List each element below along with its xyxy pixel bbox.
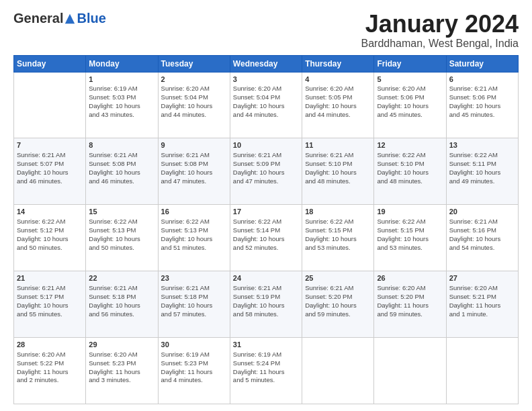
calendar-cell xyxy=(14,72,86,138)
day-info: Sunrise: 6:20 AM Sunset: 5:04 PM Dayligh… xyxy=(233,85,299,119)
calendar-cell: 20Sunrise: 6:21 AM Sunset: 5:16 PM Dayli… xyxy=(446,205,518,271)
month-title: January 2024 xyxy=(361,11,519,38)
calendar-cell: 27Sunrise: 6:20 AM Sunset: 5:21 PM Dayli… xyxy=(446,271,518,338)
calendar-cell: 31Sunrise: 6:19 AM Sunset: 5:24 PM Dayli… xyxy=(230,338,302,404)
calendar-cell: 25Sunrise: 6:21 AM Sunset: 5:20 PM Dayli… xyxy=(302,271,374,338)
calendar-cell: 23Sunrise: 6:21 AM Sunset: 5:18 PM Dayli… xyxy=(158,271,230,338)
location: Barddhaman, West Bengal, India xyxy=(361,38,519,50)
calendar-cell: 4Sunrise: 6:20 AM Sunset: 5:05 PM Daylig… xyxy=(302,72,374,138)
day-info: Sunrise: 6:21 AM Sunset: 5:16 PM Dayligh… xyxy=(449,218,515,252)
day-number: 30 xyxy=(161,340,227,350)
calendar-cell: 2Sunrise: 6:20 AM Sunset: 5:04 PM Daylig… xyxy=(158,72,230,138)
day-number: 23 xyxy=(161,273,227,283)
calendar-cell: 13Sunrise: 6:22 AM Sunset: 5:11 PM Dayli… xyxy=(446,138,518,205)
calendar-cell: 3Sunrise: 6:20 AM Sunset: 5:04 PM Daylig… xyxy=(230,72,302,138)
col-thursday: Thursday xyxy=(302,55,374,72)
day-number: 21 xyxy=(17,273,83,283)
calendar-cell: 1Sunrise: 6:19 AM Sunset: 5:03 PM Daylig… xyxy=(86,72,158,138)
day-number: 20 xyxy=(449,207,515,217)
day-number: 12 xyxy=(377,140,443,150)
calendar-cell: 7Sunrise: 6:21 AM Sunset: 5:07 PM Daylig… xyxy=(14,138,86,205)
day-number: 27 xyxy=(449,273,515,283)
day-number: 6 xyxy=(449,75,515,85)
day-info: Sunrise: 6:20 AM Sunset: 5:06 PM Dayligh… xyxy=(377,85,443,119)
day-info: Sunrise: 6:22 AM Sunset: 5:15 PM Dayligh… xyxy=(305,218,371,252)
day-number: 10 xyxy=(233,140,299,150)
calendar-cell: 19Sunrise: 6:22 AM Sunset: 5:15 PM Dayli… xyxy=(374,205,446,271)
logo-text: General Blue xyxy=(13,11,106,26)
col-monday: Monday xyxy=(86,55,158,72)
calendar-week-3: 14Sunrise: 6:22 AM Sunset: 5:12 PM Dayli… xyxy=(14,205,519,271)
col-wednesday: Wednesday xyxy=(230,55,302,72)
calendar-cell: 29Sunrise: 6:20 AM Sunset: 5:23 PM Dayli… xyxy=(86,338,158,404)
day-info: Sunrise: 6:22 AM Sunset: 5:15 PM Dayligh… xyxy=(377,218,443,252)
calendar-cell xyxy=(302,338,374,404)
logo: General Blue xyxy=(13,11,106,26)
day-info: Sunrise: 6:20 AM Sunset: 5:21 PM Dayligh… xyxy=(449,284,515,318)
day-number: 24 xyxy=(233,273,299,283)
calendar-cell xyxy=(374,338,446,404)
logo-general: General xyxy=(13,11,63,26)
day-info: Sunrise: 6:21 AM Sunset: 5:09 PM Dayligh… xyxy=(233,151,299,185)
logo-blue: Blue xyxy=(77,11,105,26)
calendar-cell: 28Sunrise: 6:20 AM Sunset: 5:22 PM Dayli… xyxy=(14,338,86,404)
col-tuesday: Tuesday xyxy=(158,55,230,72)
day-info: Sunrise: 6:19 AM Sunset: 5:24 PM Dayligh… xyxy=(233,351,299,385)
calendar-week-2: 7Sunrise: 6:21 AM Sunset: 5:07 PM Daylig… xyxy=(14,138,519,205)
col-friday: Friday xyxy=(374,55,446,72)
calendar-cell: 15Sunrise: 6:22 AM Sunset: 5:13 PM Dayli… xyxy=(86,205,158,271)
logo-icon xyxy=(64,13,76,25)
day-number: 26 xyxy=(377,273,443,283)
calendar-cell: 14Sunrise: 6:22 AM Sunset: 5:12 PM Dayli… xyxy=(14,205,86,271)
calendar-week-1: 1Sunrise: 6:19 AM Sunset: 5:03 PM Daylig… xyxy=(14,72,519,138)
calendar-cell: 9Sunrise: 6:21 AM Sunset: 5:08 PM Daylig… xyxy=(158,138,230,205)
col-saturday: Saturday xyxy=(446,55,518,72)
day-number: 14 xyxy=(17,207,83,217)
calendar-cell: 24Sunrise: 6:21 AM Sunset: 5:19 PM Dayli… xyxy=(230,271,302,338)
calendar-cell: 11Sunrise: 6:21 AM Sunset: 5:10 PM Dayli… xyxy=(302,138,374,205)
day-number: 11 xyxy=(305,140,371,150)
day-info: Sunrise: 6:21 AM Sunset: 5:06 PM Dayligh… xyxy=(449,85,515,119)
day-number: 5 xyxy=(377,75,443,85)
calendar-cell: 17Sunrise: 6:22 AM Sunset: 5:14 PM Dayli… xyxy=(230,205,302,271)
day-number: 9 xyxy=(161,140,227,150)
day-number: 28 xyxy=(17,340,83,350)
day-number: 8 xyxy=(89,140,154,150)
day-info: Sunrise: 6:22 AM Sunset: 5:14 PM Dayligh… xyxy=(233,218,299,252)
day-info: Sunrise: 6:20 AM Sunset: 5:22 PM Dayligh… xyxy=(17,351,83,385)
calendar-cell: 6Sunrise: 6:21 AM Sunset: 5:06 PM Daylig… xyxy=(446,72,518,138)
calendar-cell: 22Sunrise: 6:21 AM Sunset: 5:18 PM Dayli… xyxy=(86,271,158,338)
calendar-cell xyxy=(446,338,518,404)
day-info: Sunrise: 6:22 AM Sunset: 5:10 PM Dayligh… xyxy=(377,151,443,185)
day-info: Sunrise: 6:21 AM Sunset: 5:07 PM Dayligh… xyxy=(17,151,83,185)
day-number: 1 xyxy=(89,75,154,85)
calendar-cell: 18Sunrise: 6:22 AM Sunset: 5:15 PM Dayli… xyxy=(302,205,374,271)
day-info: Sunrise: 6:21 AM Sunset: 5:18 PM Dayligh… xyxy=(89,284,154,318)
calendar-week-5: 28Sunrise: 6:20 AM Sunset: 5:22 PM Dayli… xyxy=(14,338,519,404)
day-info: Sunrise: 6:22 AM Sunset: 5:12 PM Dayligh… xyxy=(17,218,83,252)
calendar-cell: 21Sunrise: 6:21 AM Sunset: 5:17 PM Dayli… xyxy=(14,271,86,338)
day-number: 31 xyxy=(233,340,299,350)
svg-marker-0 xyxy=(65,13,75,23)
day-info: Sunrise: 6:22 AM Sunset: 5:13 PM Dayligh… xyxy=(161,218,227,252)
calendar-cell: 8Sunrise: 6:21 AM Sunset: 5:08 PM Daylig… xyxy=(86,138,158,205)
day-number: 29 xyxy=(89,340,154,350)
calendar-cell: 10Sunrise: 6:21 AM Sunset: 5:09 PM Dayli… xyxy=(230,138,302,205)
calendar: Sunday Monday Tuesday Wednesday Thursday… xyxy=(13,55,519,404)
day-info: Sunrise: 6:20 AM Sunset: 5:23 PM Dayligh… xyxy=(89,351,154,385)
day-info: Sunrise: 6:21 AM Sunset: 5:10 PM Dayligh… xyxy=(305,151,371,185)
day-info: Sunrise: 6:20 AM Sunset: 5:20 PM Dayligh… xyxy=(377,284,443,318)
col-sunday: Sunday xyxy=(14,55,86,72)
day-number: 17 xyxy=(233,207,299,217)
day-info: Sunrise: 6:21 AM Sunset: 5:20 PM Dayligh… xyxy=(305,284,371,318)
calendar-cell: 16Sunrise: 6:22 AM Sunset: 5:13 PM Dayli… xyxy=(158,205,230,271)
day-info: Sunrise: 6:21 AM Sunset: 5:17 PM Dayligh… xyxy=(17,284,83,318)
day-number: 15 xyxy=(89,207,154,217)
day-number: 4 xyxy=(305,75,371,85)
calendar-header-row: Sunday Monday Tuesday Wednesday Thursday… xyxy=(14,55,519,72)
day-number: 16 xyxy=(161,207,227,217)
calendar-cell: 12Sunrise: 6:22 AM Sunset: 5:10 PM Dayli… xyxy=(374,138,446,205)
day-info: Sunrise: 6:22 AM Sunset: 5:13 PM Dayligh… xyxy=(89,218,154,252)
header: General Blue January 2024 Barddhaman, We… xyxy=(13,11,519,50)
day-number: 2 xyxy=(161,75,227,85)
